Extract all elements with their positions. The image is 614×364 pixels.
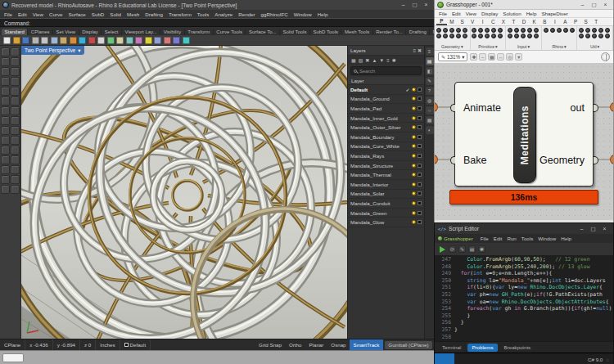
toolbar-tab-transform[interactable]: Transform — [185, 29, 214, 35]
close-button[interactable]: × — [599, 225, 610, 233]
curve-tool[interactable] — [11, 57, 20, 66]
zoom-level-dropdown[interactable]: ✎ 131% ▾ — [438, 52, 467, 61]
gh-menu-file[interactable]: File — [439, 11, 447, 16]
wire-source-nub-left-1[interactable] — [435, 102, 438, 112]
gh-menu-solution[interactable]: Solution — [503, 11, 521, 16]
layers-panel-tab[interactable]: ▤ — [426, 57, 434, 65]
gh-component-icon[interactable] — [491, 28, 496, 33]
minimize-button[interactable]: – — [398, 1, 409, 9]
line-number[interactable]: 248 — [435, 263, 451, 271]
status-units[interactable]: Inches — [96, 339, 120, 350]
output-port-out-nub[interactable] — [594, 104, 598, 112]
gh-component-icon[interactable] — [508, 34, 512, 38]
layer-row-mandala-ground[interactable]: Mandala_Ground — [348, 95, 424, 105]
gh-component-icon[interactable] — [579, 28, 584, 33]
focus-icon[interactable]: ◎ — [506, 53, 513, 61]
layer-row-mandala-inner-gold[interactable]: Mandala_Inner_Gold — [348, 114, 424, 124]
toolbar-tab-cplanes[interactable]: CPlanes — [28, 29, 53, 35]
move-layer-down-icon[interactable]: ▼ — [379, 57, 384, 64]
layer-visibility-bulb-icon[interactable] — [412, 164, 416, 168]
layer-row-mandala-rays[interactable]: Mandala_Rays — [348, 151, 424, 161]
layer-state-icon[interactable] — [145, 37, 152, 44]
gh-component-icon[interactable] — [592, 28, 597, 33]
gh-ribbon-tab-10-b[interactable]: B — [540, 19, 550, 25]
gh-menu-help[interactable]: Help — [526, 11, 537, 16]
se-tab-breakpoints[interactable]: Breakpoints — [500, 344, 535, 352]
layer-visibility-bulb-icon[interactable] — [412, 201, 416, 205]
wire-target-nub-right-1[interactable] — [610, 102, 613, 112]
zoom-extents-icon[interactable]: ▦ — [488, 53, 495, 61]
sweep-tool[interactable] — [1, 116, 10, 125]
gh-component-icon[interactable] — [463, 34, 467, 38]
minimize-button[interactable]: – — [577, 1, 588, 9]
layer-row-mandala-solar[interactable]: Mandala_Solar — [348, 190, 424, 200]
gh-component-icon[interactable] — [514, 34, 519, 38]
status-toggle-grid-snap[interactable]: Grid Snap — [255, 339, 286, 350]
surface-tool[interactable] — [11, 97, 20, 106]
layer-visibility-bulb-icon[interactable] — [412, 144, 416, 148]
status-toggle-smarttrack[interactable]: SmartTrack — [350, 339, 383, 350]
output-port-geometry-nub[interactable] — [594, 156, 598, 164]
cut-icon[interactable] — [41, 37, 48, 44]
point-cloud-tool[interactable] — [1, 97, 10, 106]
mirror-tool[interactable] — [1, 175, 10, 184]
status-toggle-planar[interactable]: Planar — [305, 339, 327, 350]
scale-tool[interactable] — [11, 165, 20, 174]
gh-component-icon[interactable] — [598, 28, 603, 33]
layer-visibility-bulb-icon[interactable] — [412, 125, 416, 129]
gh-component-icon[interactable] — [449, 34, 454, 38]
maximize-button[interactable]: ▢ — [589, 1, 599, 9]
line-number[interactable]: 255 — [435, 312, 451, 320]
menu-view[interactable]: View — [33, 11, 43, 17]
properties-icon[interactable] — [154, 37, 161, 44]
line-number[interactable]: 253 — [435, 299, 451, 306]
gh-component-icon[interactable] — [498, 28, 503, 33]
toolbar-tab-subd-tools[interactable]: SubD Tools — [310, 29, 342, 35]
gh-ribbon-tab-6-x[interactable]: X — [499, 19, 509, 25]
gh-group-label-input[interactable]: Input▾ — [517, 44, 530, 50]
code-line[interactable]: for(int e=0;e<nm.Length;e++){ — [454, 270, 613, 277]
zoom-out-icon[interactable]: − — [479, 53, 486, 61]
layer-color-chip[interactable] — [418, 182, 422, 186]
layer-row-mandala-pad[interactable]: Mandala_Pad — [348, 104, 424, 114]
mandala-3d-render[interactable] — [21, 46, 347, 339]
gh-component-icon[interactable] — [563, 28, 568, 33]
points-tool[interactable] — [11, 47, 20, 56]
gh-component-icon[interactable] — [521, 28, 526, 33]
layer-row-mandala-green[interactable]: Mandala_Green — [348, 209, 424, 218]
gh-ribbon-tab-0-p[interactable]: P — [436, 18, 447, 25]
copy-tool[interactable] — [11, 155, 20, 164]
line-number[interactable]: 247 — [435, 256, 451, 263]
layer-color-chip[interactable] — [418, 88, 422, 92]
gh-ribbon-tab-13-p[interactable]: P — [571, 19, 581, 25]
toolbar-tab-standard[interactable]: Standard — [2, 29, 28, 35]
layer-color-chip[interactable] — [418, 201, 422, 205]
panel-menu-icon[interactable]: ≡ — [413, 47, 416, 54]
line-number[interactable]: 250 — [435, 277, 451, 285]
array-tool[interactable] — [11, 175, 20, 184]
menu-window[interactable]: Window — [294, 11, 312, 17]
gh-component-icon[interactable] — [491, 34, 496, 38]
code-editor[interactable]: 247248249250251252253254255256257258 Col… — [435, 256, 613, 341]
undo-icon[interactable] — [70, 37, 77, 44]
gh-menu-view[interactable]: View — [466, 11, 476, 16]
close-button[interactable]: × — [421, 1, 431, 9]
gh-component-icon[interactable] — [557, 28, 562, 33]
menu-solid[interactable]: Solid — [110, 11, 121, 17]
se-tab-problems[interactable]: Problems — [467, 344, 497, 352]
redo-icon[interactable] — [79, 37, 86, 44]
gh-component-icon[interactable] — [527, 28, 532, 33]
gh-group-label-primitive[interactable]: Primitive▾ — [478, 44, 498, 50]
gh-ribbon-tab-5-c[interactable]: C — [488, 19, 499, 25]
menu-help[interactable]: Help — [318, 11, 328, 17]
menu-ggrhinoifc[interactable]: ggRhinoIFC — [261, 11, 288, 17]
se-menu-help[interactable]: Help — [561, 236, 571, 241]
menu-mesh[interactable]: Mesh — [127, 11, 139, 17]
explode-tool[interactable] — [11, 146, 20, 155]
gh-ribbon-tab-1-m[interactable]: M — [447, 19, 458, 25]
print-icon[interactable] — [32, 37, 39, 44]
gh-ribbon-tab-14-s[interactable]: S — [580, 19, 591, 25]
notes-panel-tab[interactable]: ✎ — [426, 77, 434, 85]
rectangle-tool[interactable] — [11, 77, 20, 86]
line-number[interactable]: 256 — [435, 319, 451, 326]
